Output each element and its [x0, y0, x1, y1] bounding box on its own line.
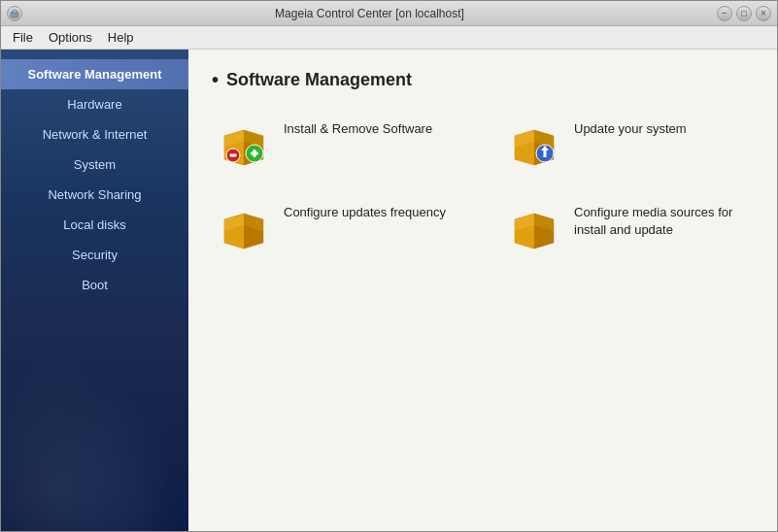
sidebar-item-network-sharing[interactable]: Network Sharing [1, 180, 188, 210]
titlebar-controls: − □ × [717, 6, 771, 21]
configure-updates-item[interactable]: Configure updates frequency [212, 194, 463, 258]
main-layout: Software Management Hardware Network & I… [1, 50, 777, 531]
sidebar: Software Management Hardware Network & I… [1, 50, 188, 531]
install-remove-item[interactable]: Install & Remove Software [212, 111, 463, 175]
menu-options[interactable]: Options [41, 28, 100, 47]
install-remove-label: Install & Remove Software [284, 120, 432, 138]
content-area: Software Management [188, 50, 777, 531]
menu-file[interactable]: File [5, 28, 41, 47]
configure-media-label: Configure media sources for install and … [574, 204, 748, 239]
sidebar-item-system[interactable]: System [1, 150, 188, 180]
update-system-label: Update your system [574, 120, 687, 138]
update-system-item[interactable]: Update your system [502, 111, 754, 175]
svg-rect-9 [254, 150, 256, 157]
titlebar: Mageia Control Center [on localhost] − □… [1, 1, 777, 26]
svg-rect-1 [13, 10, 17, 13]
configure-updates-icon [218, 200, 270, 252]
minimize-button[interactable]: − [717, 6, 732, 21]
items-grid: Install & Remove Software [212, 111, 754, 258]
window-title: Mageia Control Center [on localhost] [22, 7, 717, 20]
section-title: Software Management [212, 69, 754, 91]
configure-media-icon [508, 200, 560, 252]
svg-rect-12 [230, 154, 237, 157]
sidebar-item-security[interactable]: Security [1, 240, 188, 270]
menu-help[interactable]: Help [100, 28, 142, 47]
sidebar-item-local-disks[interactable]: Local disks [1, 210, 188, 240]
sidebar-item-software-management[interactable]: Software Management [1, 59, 188, 89]
configure-updates-label: Configure updates frequency [284, 204, 446, 221]
sidebar-item-network-internet[interactable]: Network & Internet [1, 119, 188, 150]
menubar: File Options Help [1, 26, 777, 50]
section-title-text: Software Management [226, 70, 412, 90]
window: Mageia Control Center [on localhost] − □… [0, 0, 778, 532]
maximize-button[interactable]: □ [736, 6, 752, 21]
sidebar-item-boot[interactable]: Boot [1, 270, 188, 300]
titlebar-left [7, 6, 22, 21]
app-icon [7, 6, 22, 21]
configure-media-item[interactable]: Configure media sources for install and … [502, 194, 754, 258]
install-remove-icon [218, 116, 270, 169]
update-system-icon [508, 116, 560, 169]
close-button[interactable]: × [756, 6, 771, 21]
sidebar-nav: Software Management Hardware Network & I… [1, 59, 188, 300]
sidebar-item-hardware[interactable]: Hardware [1, 89, 188, 119]
